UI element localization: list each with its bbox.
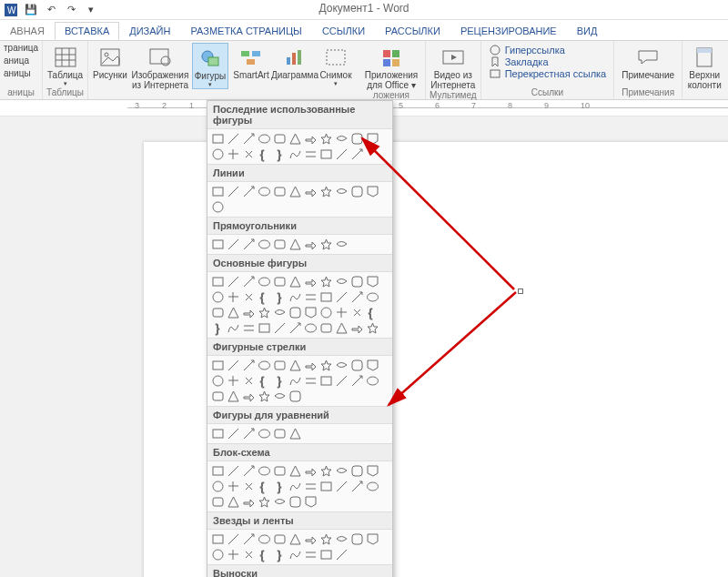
redo-icon[interactable]: ↷ — [64, 3, 78, 17]
shape-item[interactable] — [211, 147, 225, 161]
shape-item[interactable] — [273, 390, 287, 403]
shape-item[interactable] — [242, 147, 256, 161]
tab-insert[interactable]: ВСТАВКА — [55, 22, 119, 40]
shape-item[interactable] — [242, 185, 256, 198]
shape-item[interactable] — [288, 132, 302, 146]
shape-item[interactable] — [211, 200, 225, 214]
shape-item[interactable] — [366, 132, 379, 146]
shape-item[interactable] — [366, 359, 379, 372]
shape-item[interactable] — [227, 390, 240, 403]
shape-item[interactable] — [304, 132, 318, 146]
shape-item[interactable] — [227, 306, 240, 319]
shape-item[interactable] — [304, 238, 318, 251]
shape-item[interactable] — [304, 548, 318, 562]
shape-item[interactable] — [227, 132, 240, 146]
shape-item[interactable] — [242, 132, 256, 146]
shape-item[interactable] — [258, 359, 271, 372]
shape-item[interactable] — [288, 480, 302, 493]
shape-item[interactable] — [319, 548, 333, 562]
shape-item[interactable] — [319, 275, 333, 288]
header-button[interactable]: Верхни колонти — [686, 43, 723, 90]
shape-item[interactable] — [335, 374, 349, 388]
shape-item[interactable] — [227, 464, 240, 478]
shape-item[interactable]: } — [273, 548, 287, 562]
shape-item[interactable] — [242, 390, 256, 403]
shape-item[interactable] — [211, 290, 225, 304]
shape-item[interactable] — [304, 321, 318, 335]
tab-view[interactable]: ВИД — [567, 22, 608, 40]
shape-item[interactable] — [366, 374, 379, 388]
shape-item[interactable] — [335, 132, 349, 146]
shape-item[interactable] — [288, 306, 302, 319]
shape-item[interactable] — [350, 275, 364, 288]
shape-item[interactable] — [319, 464, 333, 478]
shape-item[interactable] — [350, 185, 364, 198]
shape-item[interactable] — [319, 306, 333, 319]
shape-item[interactable] — [242, 321, 256, 335]
shape-item[interactable] — [304, 290, 318, 304]
save-icon[interactable]: 💾 — [24, 3, 38, 17]
shape-item[interactable] — [242, 464, 256, 478]
shape-item[interactable] — [335, 359, 349, 372]
shape-item[interactable] — [319, 321, 333, 335]
shape-item[interactable] — [227, 238, 240, 251]
shape-item[interactable] — [319, 290, 333, 304]
shape-item[interactable] — [319, 480, 333, 493]
shape-item[interactable] — [273, 359, 287, 372]
shape-item[interactable] — [288, 321, 302, 335]
shape-item[interactable] — [288, 464, 302, 478]
shape-item[interactable] — [366, 185, 379, 198]
pages-coverpage[interactable]: траница — [4, 43, 38, 54]
shape-item[interactable] — [366, 480, 379, 493]
shape-item[interactable] — [227, 480, 240, 493]
bookmark-button[interactable]: Закладка — [489, 56, 607, 67]
tab-home[interactable]: АВНАЯ — [0, 22, 55, 40]
tab-pagelayout[interactable]: РАЗМЕТКА СТРАНИЦЫ — [180, 22, 311, 40]
shape-item[interactable] — [211, 306, 225, 319]
shape-item[interactable] — [227, 532, 240, 546]
shape-item[interactable] — [273, 464, 287, 478]
shape-item[interactable] — [319, 374, 333, 388]
shape-item[interactable] — [211, 548, 225, 562]
shape-item[interactable] — [350, 132, 364, 146]
shape-item[interactable] — [335, 532, 349, 546]
tab-design[interactable]: ДИЗАЙН — [119, 22, 180, 40]
shape-item[interactable]: { — [258, 374, 271, 388]
shape-item[interactable] — [258, 464, 271, 478]
shape-item[interactable] — [304, 306, 318, 319]
tab-mailings[interactable]: РАССЫЛКИ — [375, 22, 450, 40]
shape-item[interactable]: } — [273, 480, 287, 493]
shape-item[interactable] — [211, 390, 225, 403]
shape-item[interactable] — [258, 238, 271, 251]
shape-item[interactable] — [258, 427, 271, 440]
shape-item[interactable] — [227, 495, 240, 509]
shape-item[interactable] — [258, 275, 271, 288]
shape-item[interactable] — [258, 495, 271, 509]
shape-item[interactable]: { — [258, 480, 271, 493]
shape-item[interactable] — [288, 290, 302, 304]
shapes-button[interactable]: Фигуры▾ — [192, 43, 228, 89]
shape-item[interactable] — [227, 374, 240, 388]
shape-item[interactable] — [288, 185, 302, 198]
selection-handle[interactable] — [518, 288, 523, 294]
shape-item[interactable] — [211, 238, 225, 251]
shape-item[interactable] — [350, 359, 364, 372]
shape-item[interactable]: { — [258, 290, 271, 304]
shape-item[interactable] — [288, 275, 302, 288]
shape-item[interactable] — [366, 321, 379, 335]
shape-item[interactable] — [242, 290, 256, 304]
shape-item[interactable] — [288, 238, 302, 251]
shape-item[interactable] — [319, 238, 333, 251]
shape-item[interactable] — [335, 185, 349, 198]
shape-item[interactable] — [242, 548, 256, 562]
shape-item[interactable] — [335, 464, 349, 478]
pages-blankpage[interactable]: аница — [4, 56, 29, 66]
shape-item[interactable] — [319, 132, 333, 146]
shape-item[interactable] — [227, 290, 240, 304]
shape-item[interactable] — [227, 427, 240, 440]
shape-item[interactable]: } — [273, 147, 287, 161]
shape-item[interactable] — [288, 147, 302, 161]
shape-item[interactable] — [242, 480, 256, 493]
smartart-button[interactable]: SmartArt — [230, 43, 272, 80]
shape-item[interactable] — [211, 374, 225, 388]
